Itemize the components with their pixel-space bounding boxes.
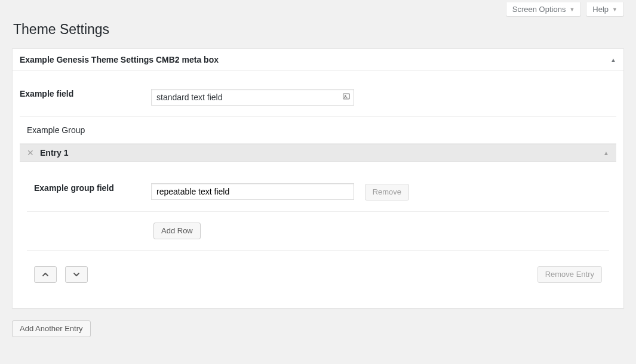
chevron-down-icon: ▼	[569, 7, 574, 13]
example-field-input[interactable]	[151, 89, 354, 106]
page-title: Theme Settings	[13, 21, 624, 38]
metabox-body: Example field Example Group ✕	[13, 71, 623, 308]
screen-options-label: Screen Options	[512, 5, 566, 14]
move-down-button[interactable]	[65, 266, 88, 283]
metabox: Example Genesis Theme Settings CMB2 meta…	[12, 48, 624, 309]
group-title: Example Group	[20, 117, 616, 144]
triangle-up-icon: ▲	[603, 150, 609, 156]
example-field-label: Example field	[20, 89, 139, 98]
add-another-entry-button[interactable]: Add Another Entry	[12, 320, 91, 337]
metabox-header[interactable]: Example Genesis Theme Settings CMB2 meta…	[13, 49, 623, 71]
help-button[interactable]: Help ▼	[586, 2, 624, 17]
add-row-button[interactable]: Add Row	[153, 223, 201, 239]
close-icon[interactable]: ✕	[27, 148, 34, 158]
group-field-row: Example group field Remove	[27, 172, 609, 212]
chevron-down-icon	[73, 271, 80, 278]
remove-entry-button[interactable]: Remove Entry	[537, 266, 602, 283]
help-label: Help	[592, 5, 609, 14]
triangle-up-icon: ▲	[610, 57, 616, 63]
field-row-example: Example field	[20, 78, 616, 117]
entry-header[interactable]: ✕ Entry 1 ▲	[20, 144, 616, 162]
entry-body: Example group field Remove Add Row	[20, 162, 616, 301]
group-field-input[interactable]	[151, 183, 354, 200]
screen-options-button[interactable]: Screen Options ▼	[506, 2, 582, 17]
chevron-up-icon	[42, 271, 49, 278]
remove-button[interactable]: Remove	[365, 184, 409, 200]
group-field-label: Example group field	[34, 183, 139, 193]
entry-title: Entry 1	[40, 148, 68, 158]
metabox-title: Example Genesis Theme Settings CMB2 meta…	[20, 55, 219, 64]
chevron-down-icon: ▼	[612, 7, 617, 13]
move-up-button[interactable]	[34, 266, 57, 283]
